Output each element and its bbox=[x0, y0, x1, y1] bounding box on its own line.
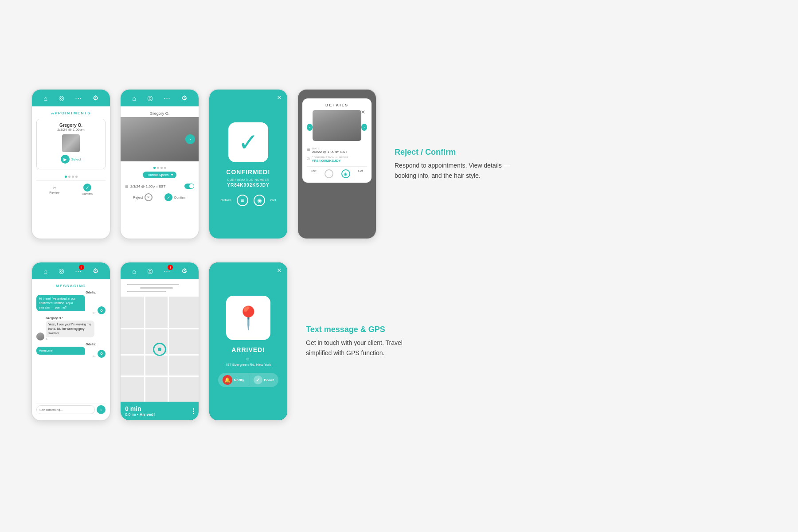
done-check-icon[interactable]: ✓ bbox=[254, 376, 262, 384]
dot-c bbox=[160, 167, 163, 169]
done-btn[interactable]: ✓ Done! bbox=[249, 373, 279, 387]
arrived-label: ARRIVED! bbox=[231, 346, 265, 353]
close-icon[interactable]: ✕ bbox=[277, 94, 282, 101]
notif-badge: ! bbox=[79, 265, 84, 270]
msg-3-content: Odells: Awesome! 4m bbox=[36, 343, 96, 358]
modal-title: DETAILS bbox=[307, 103, 367, 107]
select-circle[interactable]: ▶ bbox=[61, 155, 70, 164]
big-photo: › bbox=[121, 117, 199, 161]
chat-icon-2[interactable]: ⋯ bbox=[164, 94, 170, 102]
map-more-icon[interactable] bbox=[193, 408, 194, 414]
location-icon-6[interactable]: ◎ bbox=[147, 267, 153, 275]
msg-2-sender: Gregory O.: bbox=[46, 317, 106, 320]
location-icon-5[interactable]: ◎ bbox=[59, 267, 64, 275]
arrived-address-row: ◎ bbox=[246, 357, 251, 361]
home-icon[interactable]: ⌂ bbox=[43, 94, 47, 102]
main-container: ⌂ ◎ ⋯ ⚙ APPOINTMENTS Gregory O. 2/3/24 @… bbox=[22, 71, 776, 461]
big-pin-icon: 📍 bbox=[235, 305, 262, 331]
reject-x-icon[interactable]: ✕ bbox=[145, 193, 153, 201]
service-tag[interactable]: Haircut Specs. ▾ bbox=[143, 172, 176, 178]
photo-overlay-arrow[interactable]: › bbox=[185, 134, 195, 144]
msg-avatar-2 bbox=[36, 332, 44, 340]
confirm-btn[interactable]: ✓ Confirm bbox=[164, 193, 186, 201]
modal-close-icon[interactable]: ✕ bbox=[361, 109, 365, 115]
nav-bar-5: ⌂ ◎ ⋯ ! ⚙ bbox=[32, 262, 110, 279]
modal-conf-icon: ◎ bbox=[307, 156, 310, 160]
msg-avatar-1: O bbox=[98, 306, 106, 314]
msg-input[interactable] bbox=[36, 405, 95, 414]
msg-1-content: Odells: Hi there! I've arrived at our co… bbox=[36, 291, 96, 314]
confirm-check[interactable]: ✓ bbox=[83, 184, 91, 192]
date-row: ▦ 2/3/24 @ 1:00pm EST bbox=[125, 184, 194, 189]
send-btn[interactable]: › bbox=[97, 405, 106, 414]
row2: ⌂ ◎ ⋯ ! ⚙ MESSAGING Odells: bbox=[31, 262, 767, 421]
modal-location-btn[interactable]: ◉ bbox=[341, 169, 350, 178]
select-btn[interactable]: ▶ Select bbox=[61, 155, 81, 164]
home-icon-5[interactable]: ⌂ bbox=[43, 267, 47, 275]
msg-bubble-1: Odells: Hi there! I've arrived at our co… bbox=[36, 291, 106, 314]
confirm-action[interactable]: ✓ Confirm bbox=[82, 184, 93, 196]
settings-icon-5[interactable]: ⚙ bbox=[93, 267, 98, 275]
confirm-label-2: Confirm bbox=[174, 196, 186, 200]
apt-date: 2/3/24 @ 1:00pm bbox=[40, 128, 102, 132]
location-icon[interactable]: ◎ bbox=[59, 94, 64, 102]
service-label: Haircut Specs. bbox=[146, 173, 169, 177]
confirm-label: Confirm bbox=[82, 192, 93, 196]
dot-b bbox=[157, 167, 159, 169]
dot-2 bbox=[68, 176, 70, 178]
phones-group-2: ⌂ ◎ ⋯ ! ⚙ MESSAGING Odells: bbox=[31, 262, 288, 421]
big-check-icon: ✓ bbox=[238, 128, 258, 156]
dot-v1 bbox=[193, 408, 194, 410]
notify-btn[interactable]: 🔔 Notify bbox=[218, 373, 249, 387]
home-icon-2[interactable]: ⌂ bbox=[132, 94, 136, 102]
reject-btn[interactable]: Reject ✕ bbox=[133, 193, 153, 201]
dist-value: 0.0 mi bbox=[125, 412, 136, 417]
map-line-2 bbox=[140, 287, 173, 289]
calendar-icon: ▦ bbox=[125, 184, 129, 188]
home-icon-6[interactable]: ⌂ bbox=[132, 267, 136, 275]
user-label-2: Gregory O. bbox=[121, 109, 199, 116]
chat-icon-6[interactable]: ⋯ ! bbox=[164, 267, 170, 275]
location-icon-btn[interactable]: ◉ bbox=[254, 195, 265, 206]
msg-1-sender: Odells: bbox=[36, 291, 96, 294]
msg-bubble-2: Gregory O.: Yeah, I see you! I'm waving … bbox=[36, 317, 106, 340]
nav-bar-2: ⌂ ◎ ⋯ ⚙ bbox=[121, 90, 199, 106]
modal-conf-content: CONFIRMATION NUMBER YR84K092KSJDY bbox=[312, 156, 367, 163]
avatar-initials-1: O bbox=[98, 306, 106, 314]
confirm-check-2[interactable]: ✓ bbox=[164, 193, 172, 201]
menu-icon-btn[interactable]: ≡ bbox=[237, 195, 248, 206]
modal-nav: ‹ › bbox=[307, 110, 367, 145]
phones-group-1: ⌂ ◎ ⋯ ⚙ APPOINTMENTS Gregory O. 2/3/24 @… bbox=[31, 89, 377, 239]
arrived-actions: 🔔 Notify ✓ Done! bbox=[218, 373, 278, 387]
notify-icon[interactable]: 🔔 bbox=[223, 375, 232, 385]
toggle-switch[interactable] bbox=[184, 184, 194, 189]
msg-1-bubble: Hi there! I've arrived at our confirmed … bbox=[36, 295, 85, 311]
arrived-screen: ✕ 📍 ARRIVED! ◎ 497 Evergreen Rd. New Yor… bbox=[209, 262, 287, 420]
confirmed-screen: ✕ ✓ CONFIRMED! CONFIRMATION NUMBER YR84K… bbox=[209, 90, 287, 239]
modal-chat-btn[interactable]: ⋯ bbox=[325, 169, 333, 178]
row1: ⌂ ◎ ⋯ ⚙ APPOINTMENTS Gregory O. 2/3/24 @… bbox=[31, 89, 767, 239]
review-action[interactable]: ✂ Review bbox=[49, 185, 59, 194]
conf-sub: CONFIRMATION NUMBER bbox=[227, 178, 269, 181]
chat-icon[interactable]: ⋯ bbox=[75, 94, 82, 102]
msg-avatar-3: O bbox=[98, 350, 106, 358]
map-current-location bbox=[153, 343, 166, 356]
settings-icon-6[interactable]: ⚙ bbox=[181, 267, 187, 275]
settings-icon-2[interactable]: ⚙ bbox=[181, 94, 187, 102]
map-info: 0 min 0.0 mi • Arrived! bbox=[125, 405, 155, 417]
msg-1-time: 5m bbox=[36, 312, 96, 314]
date-text: 2/3/24 @ 1:00pm EST bbox=[130, 184, 165, 188]
location-icon-2[interactable]: ◎ bbox=[147, 94, 153, 102]
modal-next-btn[interactable]: › bbox=[361, 124, 367, 131]
conf-code: YR84K092KSJDY bbox=[227, 183, 269, 188]
modal-prev-btn[interactable]: ‹ bbox=[307, 124, 313, 131]
dot-a bbox=[153, 167, 156, 169]
arrived-close-icon[interactable]: ✕ bbox=[277, 267, 282, 274]
details-modal: DETAILS ✕ ‹ › ▦ DATE 2/3/22 @ 1:00pm EST bbox=[302, 98, 372, 183]
dots-row-2 bbox=[125, 167, 194, 169]
chat-icon-5[interactable]: ⋯ ! bbox=[75, 267, 82, 275]
settings-icon[interactable]: ⚙ bbox=[93, 94, 98, 102]
avatar-img-2 bbox=[36, 332, 44, 340]
bottom-actions-1: ✂ Review ✓ Confirm bbox=[36, 180, 106, 198]
select-label: Select bbox=[71, 157, 81, 161]
